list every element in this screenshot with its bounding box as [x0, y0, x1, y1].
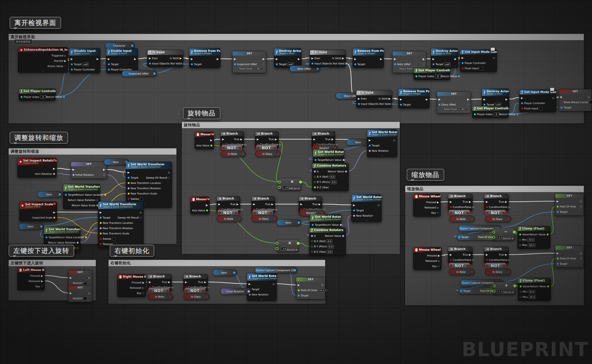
r-pin-icon[interactable]: ○ — [96, 199, 99, 201]
node-header[interactable]: SET — [555, 194, 584, 198]
exec-pin-icon[interactable]: ▷ — [394, 139, 396, 142]
pin[interactable]: ●Targetself — [71, 63, 89, 66]
exec-pin-icon[interactable]: ▶ — [64, 60, 66, 62]
exec-pin-icon[interactable]: ▶ — [484, 98, 486, 101]
op-in-pin[interactable] — [493, 284, 495, 287]
pill-out-pin[interactable] — [233, 272, 235, 273]
pin[interactable]: ●New Rotation — [249, 293, 269, 296]
node-header[interactable]: ?Is Valid — [356, 91, 392, 95]
node-remove-from-parent-19[interactable]: ƒRemove from ParentTarget is Widget▶▶●Ta… — [398, 89, 430, 108]
pin[interactable]: Inspected Scale● — [32, 216, 55, 219]
pin[interactable]: Pressed▶ — [30, 274, 43, 277]
pin[interactable]: ▶ — [149, 281, 151, 283]
node-header[interactable]: ƒDestroy ActorTarget is Actor — [482, 89, 509, 96]
node-header[interactable]: ƒCombine Rotators — [312, 163, 348, 168]
exec-pin-icon[interactable]: ▶ — [557, 200, 559, 203]
o-pin-icon[interactable]: ○ — [437, 212, 439, 214]
r-pin-icon[interactable]: ● — [100, 227, 102, 229]
pin[interactable]: ●Value — [519, 285, 530, 288]
node-set-world-transform-34[interactable]: ƒSet World TransformTarget is Scene Comp… — [98, 202, 144, 248]
pin[interactable]: True▶ — [265, 203, 273, 206]
exec-pin-icon[interactable]: ▶ — [332, 138, 333, 141]
node-header[interactable]: ⇉Branch — [255, 131, 279, 136]
pin[interactable]: ●Condition — [486, 206, 501, 208]
pin[interactable]: ○Min30.0 — [519, 290, 535, 293]
o-pin-icon[interactable]: ● — [46, 236, 48, 239]
pin[interactable]: Key○ — [35, 285, 43, 288]
b-pin-icon[interactable]: ● — [70, 282, 72, 284]
pill-out-pin[interactable] — [131, 45, 133, 47]
node-set-24[interactable]: SET▶▷●Show Mouse Cursor○●Target — [559, 89, 592, 111]
node-set-26[interactable]: SET▶▶●Initial Rotation○ — [71, 162, 107, 179]
pin[interactable]: ▶ — [108, 58, 110, 60]
node-header[interactable]: Mouse Wheel Down — [413, 247, 441, 252]
pin[interactable]: ○ — [103, 174, 105, 176]
o-pin-icon[interactable]: ● — [65, 194, 67, 196]
pill-item[interactable]: Item — [19, 223, 44, 230]
f-pin-icon[interactable]: ● — [206, 209, 208, 212]
node-destroy-actor-13[interactable]: ƒDestroy ActorTarget is Actor▶▶●Targetse… — [431, 48, 458, 68]
collapse-chevron-icon[interactable]: ⌄ — [18, 70, 68, 72]
pin[interactable]: ○B Y (Pitch)0.0 — [311, 245, 334, 248]
pin[interactable]: Return Value Location● — [56, 236, 87, 239]
pill-in-diary[interactable]: In Diary — [485, 216, 511, 222]
pin[interactable]: Is Valid▶ — [170, 57, 182, 60]
node-header[interactable]: ⇉Branch — [147, 274, 172, 279]
op-out-pin[interactable] — [297, 242, 299, 245]
node-destroy-actor-8[interactable]: ƒDestroy ActorTarget is Actor▶▶●Targetse… — [274, 48, 301, 68]
node-header[interactable]: ƒSet World TransformTarget is Scene Comp… — [98, 202, 143, 209]
pin[interactable]: True▶ — [312, 203, 320, 206]
pin[interactable]: ▶ — [206, 204, 208, 207]
pin-value[interactable]: 30.0 — [527, 238, 534, 242]
exec-pin-icon[interactable]: ▷ — [279, 143, 281, 146]
b-pin-icon[interactable]: ○ — [88, 282, 91, 284]
node-header[interactable]: ⇉Branch — [448, 247, 472, 251]
pin[interactable]: ▷ — [89, 276, 91, 279]
o-pin-icon[interactable]: ● — [557, 211, 559, 213]
exec-pin-icon[interactable]: ▶ — [319, 203, 320, 206]
b-pin-icon[interactable]: ● — [462, 67, 464, 70]
bubble-rmb-init[interactable]: 右键初始化 — [110, 245, 154, 257]
pill-in-note[interactable]: In Note — [221, 150, 246, 157]
pin[interactable]: ●Player Controller — [462, 62, 486, 65]
v-pin-icon[interactable]: ● — [104, 194, 106, 196]
node-header[interactable]: SET — [71, 162, 106, 166]
b-pin-icon[interactable]: ● — [100, 238, 102, 240]
o-pin-icon[interactable]: ○ — [140, 216, 142, 219]
pin[interactable]: Return Value● — [325, 158, 345, 161]
pin[interactable]: ●Player Index0 — [20, 95, 46, 99]
op-in-pin[interactable] — [276, 247, 279, 250]
pin[interactable]: ▷ — [580, 200, 582, 203]
exec-pin-icon[interactable]: ▶ — [469, 254, 471, 256]
exec-pin-icon[interactable]: ▷ — [378, 204, 380, 207]
pill-character[interactable]: Character — [105, 42, 135, 49]
node-header[interactable]: ⇉Branch — [448, 194, 472, 198]
target-in-pin[interactable] — [460, 290, 462, 292]
node-mouse-wheel-down-90[interactable]: Mouse Wheel DownPressed▶Released▷Key○ — [413, 247, 442, 270]
pin[interactable]: ●New Transform Rotation — [127, 187, 161, 190]
pin[interactable]: True▶ — [269, 138, 277, 141]
pin[interactable]: ●New Transform Location — [127, 182, 161, 184]
operator-node[interactable]: × -3.0 Add pin ⊕ — [276, 239, 299, 252]
pin[interactable]: ▶Exec — [358, 97, 367, 100]
pill-out-pin[interactable] — [248, 290, 250, 292]
pin[interactable]: ▶ — [486, 254, 488, 256]
target-in-pin[interactable] — [458, 236, 460, 238]
node-set-20[interactable]: SET▶▶●Diary UIRef○Select Asset⌄⊕⌕ — [437, 91, 471, 113]
operator-node[interactable]: + 2.0 Add pin ⊕ — [493, 282, 515, 295]
pin[interactable]: ●Target — [369, 144, 379, 147]
operand-value[interactable]: 2.0 — [497, 236, 503, 239]
pill-in-note[interactable]: In Note — [147, 293, 173, 300]
f-pin-icon[interactable]: ○ — [314, 176, 316, 178]
pin[interactable]: ●New Transform Scale — [127, 192, 157, 195]
o-pin-icon[interactable]: ● — [484, 103, 486, 106]
pin[interactable]: ●Flush Input — [462, 67, 483, 70]
pin[interactable]: Return Value● — [325, 234, 344, 237]
pin[interactable]: ●Target — [557, 210, 567, 213]
pin[interactable]: True▶ — [325, 138, 333, 141]
v-pin-icon[interactable]: ○ — [77, 247, 79, 249]
node-header[interactable]: ƒRemove from ParentTarget is Widget — [399, 89, 429, 96]
pin[interactable]: ▷ — [273, 283, 275, 285]
pin[interactable]: ▷ — [588, 96, 590, 98]
pin[interactable]: ●Target — [191, 63, 202, 66]
